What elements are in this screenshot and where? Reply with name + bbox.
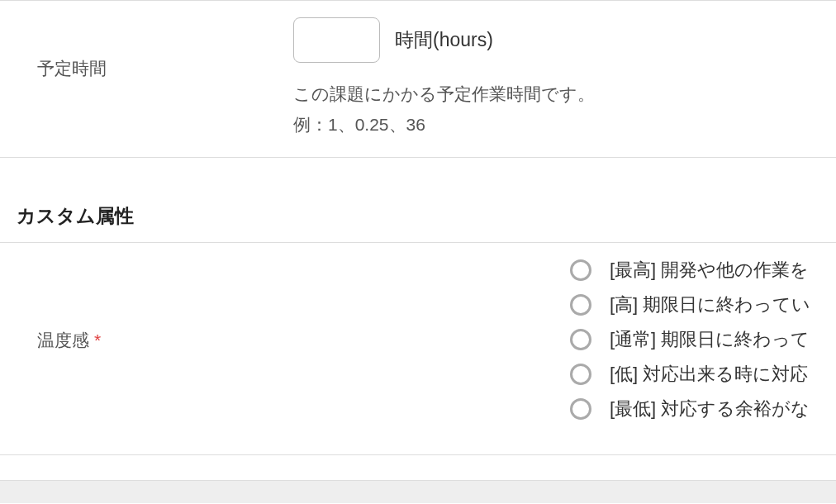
temperature-option-highest[interactable]: [最高] 開発や他の作業を xyxy=(570,258,819,283)
estimated-time-help: この課題にかかる予定作業時間です。 例：1、0.25、36 xyxy=(293,79,819,140)
estimated-time-value-col: 時間(hours) この課題にかかる予定作業時間です。 例：1、0.25、36 xyxy=(293,17,836,140)
radio-icon xyxy=(570,259,591,281)
radio-label-text: [低] 対応出来る時に対応 xyxy=(610,362,808,387)
footer-bar xyxy=(0,480,836,503)
radio-label-text: [最高] 開発や他の作業を xyxy=(610,258,809,283)
estimated-hours-input[interactable] xyxy=(293,17,380,63)
temperature-value-col: [最高] 開発や他の作業を [高] 期限日に終わってい [通常] 期限日に終わっ… xyxy=(293,258,836,431)
temperature-option-lowest[interactable]: [最低] 対応する余裕がな xyxy=(570,397,819,421)
hours-unit-label: 時間(hours) xyxy=(395,27,493,53)
temperature-label-col: 温度感 * xyxy=(0,258,293,423)
help-line-1: この課題にかかる予定作業時間です。 xyxy=(293,79,819,110)
radio-icon xyxy=(570,398,591,420)
required-asterisk: * xyxy=(94,330,101,350)
temperature-option-high[interactable]: [高] 期限日に終わってい xyxy=(570,292,819,317)
temperature-option-low[interactable]: [低] 対応出来る時に対応 xyxy=(570,362,819,387)
radio-label-text: [最低] 対応する余裕がな xyxy=(610,397,810,421)
estimated-time-row: 予定時間 時間(hours) この課題にかかる予定作業時間です。 例：1、0.2… xyxy=(0,0,836,158)
temperature-radio-group: [最高] 開発や他の作業を [高] 期限日に終わってい [通常] 期限日に終わっ… xyxy=(293,258,819,421)
radio-icon xyxy=(570,329,591,350)
custom-attributes-heading: カスタム属性 xyxy=(0,178,836,243)
radio-icon xyxy=(570,364,591,385)
estimated-time-input-group: 時間(hours) xyxy=(293,17,819,63)
help-line-2: 例：1、0.25、36 xyxy=(293,110,819,140)
temperature-option-normal[interactable]: [通常] 期限日に終わって xyxy=(570,327,819,352)
estimated-time-label: 予定時間 xyxy=(0,17,293,80)
radio-label-text: [高] 期限日に終わってい xyxy=(610,292,810,317)
temperature-label: 温度感 xyxy=(37,329,89,352)
temperature-row: 温度感 * [最高] 開発や他の作業を [高] 期限日に終わってい [通常] 期… xyxy=(0,243,836,455)
radio-icon xyxy=(570,294,591,316)
radio-label-text: [通常] 期限日に終わって xyxy=(610,327,810,352)
